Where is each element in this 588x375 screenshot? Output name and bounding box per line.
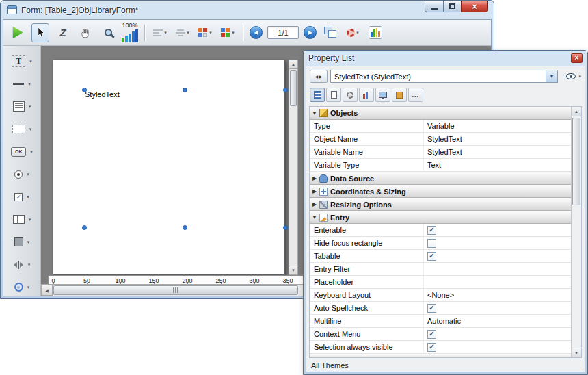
object-selector-combobox[interactable]: StyledText (StyledText) ▼: [330, 70, 558, 83]
scroll-up-arrow[interactable]: ▲: [289, 60, 297, 69]
splitter-tool[interactable]: [3, 253, 40, 276]
radio-button-tool[interactable]: [3, 163, 40, 185]
checkbox[interactable]: [427, 239, 436, 248]
collapse-arrow-icon[interactable]: ▶: [310, 201, 319, 207]
object-prev-next-buttons[interactable]: ◀ ▶: [310, 70, 328, 83]
chevron-down-icon[interactable]: [29, 217, 31, 222]
align-tools-button[interactable]: [151, 23, 169, 42]
tab-settings[interactable]: [343, 88, 358, 102]
arrange-tools-button[interactable]: [219, 23, 237, 42]
checkbox-tool[interactable]: [3, 185, 40, 208]
run-form-button[interactable]: [9, 23, 27, 42]
property-row[interactable]: Type Variable: [310, 120, 571, 133]
selection-handle[interactable]: [82, 225, 87, 230]
property-row[interactable]: Enterable ✓: [310, 224, 571, 237]
collapse-arrow-icon[interactable]: ▶: [310, 188, 319, 194]
tab-objects[interactable]: [392, 88, 407, 102]
list-box-tool[interactable]: [3, 95, 40, 118]
styled-text-object[interactable]: StyledText: [84, 90, 286, 228]
tab-more[interactable]: [408, 88, 423, 102]
scrollbar-thumb[interactable]: [53, 285, 298, 295]
tab-form[interactable]: [326, 88, 341, 102]
chevron-down-icon[interactable]: [28, 262, 31, 268]
line-tool[interactable]: [3, 73, 40, 95]
tab-events[interactable]: [359, 88, 374, 102]
close-button[interactable]: ×: [461, 1, 488, 12]
chevron-down-icon[interactable]: [27, 194, 29, 200]
property-value[interactable]: Variable: [424, 122, 571, 130]
chevron-down-icon[interactable]: [27, 285, 30, 290]
property-value[interactable]: <None>: [424, 291, 571, 299]
canvas-vertical-scrollbar[interactable]: ▲ ▼: [289, 60, 298, 275]
selection-handle[interactable]: [82, 88, 87, 92]
scroll-down-arrow[interactable]: ▼: [289, 266, 297, 274]
property-row[interactable]: Placeholder: [310, 276, 571, 289]
display-windows-button[interactable]: [321, 23, 339, 42]
property-row[interactable]: Auto Spellcheck ✓: [310, 302, 571, 315]
checkbox[interactable]: ✓: [427, 343, 436, 352]
plugin-area-tool[interactable]: [3, 276, 40, 298]
text-tool[interactable]: T: [3, 50, 40, 73]
object-library-button[interactable]: [366, 23, 384, 42]
property-value[interactable]: Text: [424, 161, 571, 169]
scroll-up-arrow[interactable]: ▲: [572, 107, 581, 116]
chevron-down-icon[interactable]: [29, 127, 32, 132]
chevron-down-icon[interactable]: [27, 240, 30, 245]
section-header-entry[interactable]: ▼ Entry: [310, 211, 571, 224]
previous-page-button[interactable]: ◀: [250, 26, 263, 39]
chevron-down-icon[interactable]: [27, 172, 29, 177]
maximize-button[interactable]: [443, 1, 462, 12]
scrollbar-thumb[interactable]: [290, 70, 297, 106]
property-row[interactable]: Entry Filter: [310, 263, 571, 276]
property-row[interactable]: Keyboard Layout <None>: [310, 289, 571, 302]
property-list-titlebar[interactable]: Property List ×: [304, 51, 587, 66]
property-row[interactable]: Variable Name StyledText: [310, 146, 571, 159]
input-field-tool[interactable]: [3, 118, 40, 140]
scrollbar-thumb[interactable]: [572, 118, 580, 205]
zoom-level-control[interactable]: 100%: [122, 22, 138, 44]
chevron-down-icon[interactable]: ▼: [546, 70, 557, 82]
next-page-button[interactable]: ▶: [304, 26, 317, 39]
tab-display[interactable]: [375, 88, 390, 102]
tab-all-properties[interactable]: [310, 88, 325, 102]
scroll-left-arrow[interactable]: ◀: [41, 285, 53, 296]
property-row[interactable]: Object Name StyledText: [310, 133, 571, 146]
collapse-arrow-icon[interactable]: ▼: [310, 214, 319, 220]
property-row[interactable]: Multiline Automatic: [310, 315, 571, 328]
form-page[interactable]: StyledText: [53, 60, 285, 275]
scroll-down-arrow[interactable]: ▼: [572, 348, 581, 357]
selection-handle[interactable]: [183, 88, 187, 92]
zoom-tool-button[interactable]: [99, 23, 117, 42]
chevron-down-icon[interactable]: [30, 149, 33, 155]
rectangle-tool[interactable]: [3, 231, 40, 253]
property-row[interactable]: Selection always visible ✓: [310, 341, 571, 354]
chevron-down-icon[interactable]: [29, 59, 32, 64]
visibility-options-button[interactable]: [561, 73, 581, 79]
checkbox[interactable]: ✓: [427, 330, 436, 339]
pointer-tool-button[interactable]: [31, 23, 49, 42]
collapse-arrow-icon[interactable]: ▶: [310, 175, 319, 181]
selection-handle[interactable]: [283, 225, 288, 230]
checkbox[interactable]: ✓: [427, 304, 436, 313]
button-tool[interactable]: OK: [3, 140, 40, 163]
property-value[interactable]: StyledText: [424, 135, 571, 143]
titlebar[interactable]: Form: [Table_2]ObjLibraryForm* ×: [1, 1, 494, 19]
property-grid-scrollbar[interactable]: ▲ ▼: [571, 107, 581, 357]
distribute-tools-button[interactable]: [174, 23, 191, 42]
checkbox[interactable]: ✓: [427, 226, 436, 235]
chevron-down-icon[interactable]: [29, 104, 31, 109]
chevron-down-icon[interactable]: [28, 81, 31, 87]
property-value[interactable]: Automatic: [424, 317, 571, 325]
settings-gear-button[interactable]: [344, 23, 362, 42]
section-header-coordinates[interactable]: ▶ Coordinates & Sizing: [310, 185, 571, 198]
entry-order-tool-button[interactable]: Z: [54, 23, 72, 42]
section-header-objects[interactable]: ▼ Objects: [310, 107, 571, 120]
section-header-data-source[interactable]: ▶ Data Source: [310, 172, 571, 185]
collapse-arrow-icon[interactable]: ▼: [310, 110, 319, 116]
hand-tool-button[interactable]: [77, 23, 94, 42]
property-list-close-button[interactable]: ×: [571, 53, 583, 63]
selection-handle[interactable]: [283, 88, 288, 92]
checkbox[interactable]: ✓: [427, 252, 436, 261]
property-row[interactable]: Tabable ✓: [310, 250, 571, 263]
property-row[interactable]: Hide focus rectangle: [310, 237, 571, 250]
